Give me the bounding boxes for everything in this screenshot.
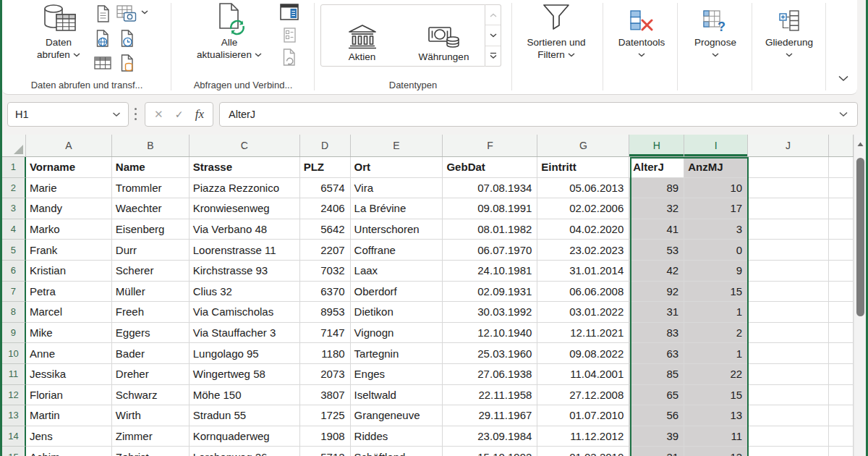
cell-I8[interactable]: 1 xyxy=(684,302,748,323)
cell-C1[interactable]: Strasse xyxy=(190,157,300,178)
cell-C14[interactable]: Kornquaderweg xyxy=(190,426,300,447)
cell-D1[interactable]: PLZ xyxy=(300,157,351,178)
cell-G12[interactable]: 27.12.2008 xyxy=(537,385,629,406)
cell-H4[interactable]: 41 xyxy=(629,219,684,240)
cell-K12[interactable] xyxy=(829,385,854,406)
cell-H11[interactable]: 85 xyxy=(629,364,684,385)
cell-J4[interactable] xyxy=(748,219,829,240)
data-tools-button[interactable]: Datentools xyxy=(605,1,678,61)
cell-C3[interactable]: Kronwiesenweg xyxy=(190,198,300,219)
cell-B14[interactable]: Zimmer xyxy=(112,426,190,447)
cell-A4[interactable]: Marko xyxy=(26,219,112,240)
row-header-6[interactable]: 6 xyxy=(2,261,26,282)
expand-formula-bar-icon[interactable] xyxy=(838,111,848,117)
cell-B9[interactable]: Eggers xyxy=(112,323,190,344)
column-header-B[interactable]: B xyxy=(112,135,190,156)
cell-H6[interactable]: 42 xyxy=(629,261,684,282)
cell-F13[interactable]: 29.11.1967 xyxy=(443,405,537,426)
cell-C5[interactable]: Loorenstrasse 11 xyxy=(190,240,300,261)
cell-B6[interactable]: Scherer xyxy=(112,261,190,282)
cell-J3[interactable] xyxy=(748,198,829,219)
cell-B10[interactable]: Bader xyxy=(112,343,190,364)
column-header-H[interactable]: H xyxy=(629,135,684,156)
outline-button[interactable]: Gliederung xyxy=(753,1,825,61)
cell-B15[interactable]: Zobrist xyxy=(112,447,190,456)
cell-J1[interactable] xyxy=(748,157,829,178)
cell-E6[interactable]: Laax xyxy=(351,261,443,282)
cell-E15[interactable]: Schöftland xyxy=(351,447,443,456)
cell-I10[interactable]: 1 xyxy=(684,343,748,364)
cell-G9[interactable]: 12.11.2021 xyxy=(537,323,629,344)
cell-A9[interactable]: Mike xyxy=(26,323,112,344)
cell-F7[interactable]: 02.09.1931 xyxy=(443,282,537,303)
cell-H3[interactable]: 32 xyxy=(629,198,684,219)
cell-J5[interactable] xyxy=(748,240,829,261)
cell-F9[interactable]: 12.10.1940 xyxy=(443,323,537,344)
cell-G3[interactable]: 02.02.2006 xyxy=(537,198,629,219)
cell-D5[interactable]: 2207 xyxy=(300,240,351,261)
cell-J10[interactable] xyxy=(748,343,829,364)
from-picture-dropdown[interactable] xyxy=(140,7,150,17)
cell-C8[interactable]: Via Camischolas xyxy=(190,302,300,323)
cell-E11[interactable]: Enges xyxy=(351,364,443,385)
cell-G10[interactable]: 09.08.2022 xyxy=(537,343,629,364)
cell-C9[interactable]: Via Stauffacher 3 xyxy=(190,323,300,344)
cell-A5[interactable]: Frank xyxy=(26,240,112,261)
cell-J6[interactable] xyxy=(748,261,829,282)
cell-J15[interactable] xyxy=(748,447,829,456)
cell-G2[interactable]: 05.06.2013 xyxy=(537,178,629,199)
cell-G5[interactable]: 23.02.2023 xyxy=(537,240,629,261)
cell-I11[interactable]: 22 xyxy=(684,364,748,385)
cell-D11[interactable]: 2073 xyxy=(300,364,351,385)
cell-A1[interactable]: Vorname xyxy=(26,157,112,178)
cell-A12[interactable]: Florian xyxy=(26,385,112,406)
cell-I1[interactable]: AnzMJ xyxy=(684,157,748,178)
from-text-csv-button[interactable] xyxy=(93,3,112,25)
cell-A2[interactable]: Marie xyxy=(26,178,112,199)
column-header-C[interactable]: C xyxy=(190,135,300,156)
cell-B7[interactable]: Müller xyxy=(112,282,190,303)
gallery-down-button[interactable] xyxy=(485,25,501,46)
cell-B4[interactable]: Eisenberg xyxy=(112,219,190,240)
cell-A11[interactable]: Jessika xyxy=(26,364,112,385)
cell-B12[interactable]: Schwarz xyxy=(112,385,190,406)
from-web-button[interactable] xyxy=(93,28,112,49)
column-header-D[interactable]: D xyxy=(300,135,351,156)
cell-H1[interactable]: AlterJ xyxy=(629,157,684,178)
cell-B13[interactable]: Wirth xyxy=(112,405,190,426)
cell-C6[interactable]: Kirchstrasse 93 xyxy=(190,261,300,282)
cell-K8[interactable] xyxy=(829,302,854,323)
cell-I13[interactable]: 13 xyxy=(684,405,748,426)
cell-E9[interactable]: Vignogn xyxy=(351,323,443,344)
cell-G8[interactable]: 03.01.2022 xyxy=(537,302,629,323)
cell-J14[interactable] xyxy=(748,426,829,447)
scrollbar-thumb[interactable] xyxy=(856,158,864,316)
cell-I6[interactable]: 9 xyxy=(684,261,748,282)
row-header-10[interactable]: 10 xyxy=(2,343,26,364)
cell-A7[interactable]: Petra xyxy=(26,282,112,303)
cell-A3[interactable]: Mandy xyxy=(26,198,112,219)
existing-connections-button[interactable] xyxy=(118,52,137,74)
cell-C2[interactable]: Piazza Rezzonico xyxy=(190,178,300,199)
vertical-scrollbar[interactable] xyxy=(854,135,866,456)
cell-J13[interactable] xyxy=(748,405,829,426)
get-data-button[interactable]: Daten abrufen xyxy=(22,1,95,61)
cell-G6[interactable]: 31.01.2014 xyxy=(537,261,629,282)
cell-H10[interactable]: 63 xyxy=(629,343,684,364)
cell-A15[interactable]: Achim xyxy=(26,447,112,456)
cell-I9[interactable]: 2 xyxy=(684,323,748,344)
cell-K15[interactable] xyxy=(829,447,854,456)
cell-C7[interactable]: Clius 32 xyxy=(190,282,300,303)
cell-J9[interactable] xyxy=(748,323,829,344)
cell-J7[interactable] xyxy=(748,282,829,303)
cell-I3[interactable]: 17 xyxy=(684,198,748,219)
cancel-icon[interactable]: ✕ xyxy=(154,108,163,121)
cell-B1[interactable]: Name xyxy=(112,157,190,178)
cell-A13[interactable]: Martin xyxy=(26,405,112,426)
column-header-A[interactable]: A xyxy=(26,135,112,156)
cell-A8[interactable]: Marcel xyxy=(26,302,112,323)
cell-K6[interactable] xyxy=(829,261,854,282)
cell-E5[interactable]: Coffrane xyxy=(351,240,443,261)
column-header-E[interactable]: E xyxy=(351,135,443,156)
cell-F4[interactable]: 08.01.1982 xyxy=(443,219,537,240)
